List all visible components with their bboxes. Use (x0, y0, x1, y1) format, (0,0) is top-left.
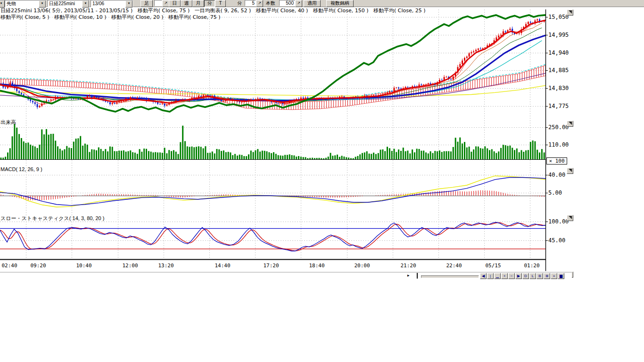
mini-toolbar-button-1[interactable]: | (487, 273, 494, 279)
ma-25-thick-red-line (0, 20, 545, 103)
period-button-2[interactable]: 月 (192, 0, 204, 7)
time-axis-label: 02:40 (0, 263, 19, 269)
macd-line (0, 176, 545, 207)
y-axis-label: 14,885 (548, 67, 569, 74)
bottom-toolbar: ▸ ◀|▁+−▶DLB⊕×▆ (0, 272, 572, 280)
mini-toolbar-button-7[interactable]: L (529, 273, 536, 279)
ma-5-red-line (1, 21, 542, 105)
bar-count-label: 本数 (266, 0, 275, 6)
time-axis-label: 09:20 (29, 263, 48, 269)
axis-scale-arrow-button-3[interactable] (567, 215, 573, 221)
price-panel (0, 21, 545, 110)
time-axis-label: 20:00 (353, 263, 372, 269)
y-axis-label: 14,995 (548, 32, 569, 38)
axis-scale-arrow-button-0[interactable] (567, 9, 573, 16)
mini-toolbar-button-8[interactable]: B (537, 273, 543, 279)
axis-scale-arrow-button-1[interactable] (567, 121, 573, 127)
candles-layer (0, 18, 545, 109)
time-axis-label: 14:40 (213, 263, 232, 269)
time-axis-label: 22:40 (445, 263, 463, 269)
mini-toolbar-button-11[interactable]: ▆ (558, 273, 564, 279)
time-axis-label: 05/15 (484, 263, 503, 269)
ma-purple-line (0, 73, 545, 100)
mini-toolbar-button-9[interactable]: ⊕ (544, 273, 550, 279)
corner-triangle-icon (569, 122, 572, 125)
contract-select[interactable]: 13/06▼ (91, 0, 133, 7)
ma-20-darkgreen-line (1, 28, 542, 102)
period-button-4[interactable]: T (215, 0, 226, 7)
chart-canvas (0, 0, 644, 362)
corner-triangle-icon (569, 169, 572, 172)
corner-triangle-icon (569, 216, 572, 219)
mini-toolbar-button-10[interactable]: × (551, 273, 557, 279)
time-axis-label: 10:40 (74, 263, 93, 269)
stoch-d-line (0, 222, 545, 251)
interval-input[interactable]: 5 (245, 0, 256, 6)
mini-toolbar-button-6[interactable]: D (522, 273, 529, 279)
period-button-1[interactable]: 週 (181, 0, 192, 7)
mini-toolbar-button-5[interactable]: ▶ (515, 273, 522, 279)
horizontal-scrollbar[interactable] (421, 275, 479, 278)
volume-panel-label: 出来高 (0, 119, 16, 126)
ma-40-cyan-line (1, 41, 542, 101)
time-axis-label: 13:20 (157, 263, 175, 269)
time-axis-label: 01:20 (522, 263, 541, 269)
apply-button[interactable]: 適用 (304, 0, 321, 7)
stoch-panel (0, 222, 545, 260)
ma-150-yellow-line (0, 85, 545, 96)
overlay-top-layer (0, 15, 545, 112)
mini-toolbar-button-0[interactable]: ◀ (480, 273, 487, 279)
stoch-panel-label: スロー・ストキャスティクス( 14, 3, 80, 20 ) (0, 215, 104, 222)
macd-panel (0, 176, 545, 207)
stoch-k-line (0, 222, 545, 251)
corner-triangle-icon (569, 10, 572, 14)
y-axis-label: 40.00 (548, 172, 565, 178)
pane-splitter-bar[interactable] (417, 273, 418, 279)
time-axis-label: 21:20 (399, 263, 418, 269)
chikou-span-green-line (0, 15, 545, 112)
ma-10-orange-line (1, 23, 542, 103)
time-axis-label: 12:00 (121, 263, 140, 269)
bar-type-button[interactable]: 足 (140, 0, 153, 7)
chart-legend-line2: 移動平均( Close, 5 ) 移動平均( Close, 10 ) 移動平均(… (0, 14, 221, 21)
period-button-0[interactable]: 日 (169, 0, 181, 7)
y-axis-label: 110.00 (548, 141, 569, 148)
chart-legend-line1: 日経225mini 13/06( 5分, 2013/05/11 - 2013/0… (0, 7, 425, 14)
interval-label: 分 (237, 0, 242, 6)
dropdown-arrow-icon[interactable]: ▼ (82, 0, 89, 8)
macd-signal-line (0, 178, 545, 206)
bar-type-spin-button[interactable]: ↗ (162, 0, 169, 7)
y-axis-label: 14,775 (548, 103, 569, 109)
symbol-select[interactable]: 日経225mini▼ (47, 0, 90, 7)
interval-spin-button[interactable]: ↗ (256, 0, 263, 7)
mini-toolbar-button-3[interactable]: + (501, 273, 508, 279)
volume-multiplier-badge: × 100 (546, 157, 567, 165)
period-button-3[interactable]: 分 (204, 0, 215, 7)
market-select[interactable]: 先物▼ (5, 0, 46, 7)
time-axis-label: 17:20 (262, 263, 281, 269)
pane-splitter-icon[interactable]: ▸ (407, 273, 410, 278)
macd-panel-label: MACD( 12, 26, 9 ) (0, 166, 42, 172)
ichimoku-cloud (0, 66, 545, 110)
y-axis-label: 5.00 (548, 189, 562, 196)
time-axis-label: 18:40 (307, 263, 326, 269)
ma-75-thick-blue-line (0, 35, 545, 100)
bar-type-field[interactable] (154, 0, 162, 6)
volume-panel (0, 124, 545, 159)
bar-count-input[interactable]: 500 (279, 0, 295, 6)
y-axis-label: 250.00 (548, 124, 569, 131)
price-axis (545, 9, 548, 271)
bar-count-spin-button[interactable]: ↗ (295, 0, 302, 7)
y-axis-label: 45.00 (548, 237, 565, 244)
mini-toolbar-button-2[interactable]: ▁ (494, 273, 501, 279)
y-axis-label: 14,940 (548, 49, 569, 56)
y-axis-label: 100.00 (548, 218, 569, 225)
dropdown-arrow-icon[interactable]: ▼ (125, 0, 132, 8)
multi-symbol-button[interactable]: 複数銘柄 (326, 0, 354, 7)
dropdown-arrow-icon[interactable]: ▼ (0, 0, 5, 8)
dropdown-arrow-icon[interactable]: ▼ (39, 0, 46, 8)
axis-scale-arrow-button-2[interactable] (567, 168, 573, 174)
y-axis-label: 14,830 (548, 85, 569, 91)
mini-toolbar-button-4[interactable]: − (508, 273, 515, 279)
app-window: ▼ 先物▼ 日経225mini▼ 13/06▼ 足 ↗ 日週月分T 分 5 ↗ … (0, 0, 644, 362)
